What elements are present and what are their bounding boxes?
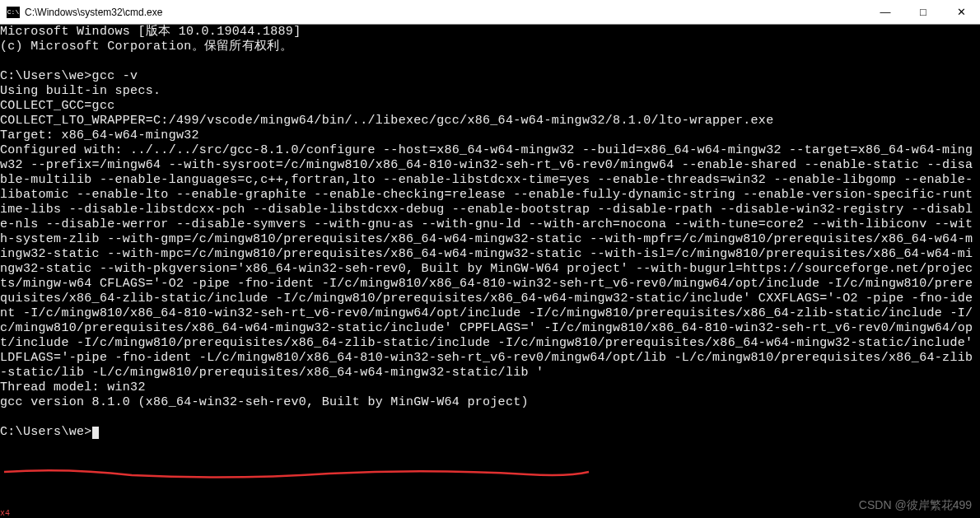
os-version-line: Microsoft Windows [版本 10.0.19044.1889] [0, 25, 301, 39]
target-line: Target: x86_64-w64-mingw32 [0, 128, 199, 142]
configured-line: Configured with: ../../../src/gcc-8.1.0/… [0, 143, 980, 380]
copyright-line: (c) Microsoft Corporation。保留所有权利。 [0, 40, 292, 54]
collect-lto-line: COLLECT_LTO_WRAPPER=C:/499/vscode/mingw6… [0, 114, 773, 128]
window-titlebar: C:\Windows\system32\cmd.exe — □ ✕ [0, 0, 980, 25]
annotation-underline [0, 465, 593, 482]
editor-tag: x4 [0, 509, 10, 518]
window-title: C:\Windows\system32\cmd.exe [25, 7, 866, 18]
terminal-output[interactable]: Microsoft Windows [版本 10.0.19044.1889] (… [0, 25, 980, 440]
thread-model-line: Thread model: win32 [0, 380, 146, 394]
cmd-icon [7, 7, 20, 18]
collect-gcc-line: COLLECT_GCC=gcc [0, 99, 115, 113]
command-prompt-gcc: C:\Users\we>gcc -v [0, 69, 138, 83]
cursor-icon [92, 427, 99, 439]
command-prompt-idle: C:\Users\we> [0, 425, 92, 439]
watermark-text: CSDN @彼岸繁花499 [859, 498, 972, 513]
gcc-version-line: gcc version 8.1.0 (x86_64-win32-seh-rev0… [0, 395, 529, 409]
specs-line: Using built-in specs. [0, 84, 161, 98]
window-controls: — □ ✕ [866, 0, 980, 24]
maximize-button[interactable]: □ [904, 0, 942, 24]
minimize-button[interactable]: — [866, 0, 904, 24]
close-button[interactable]: ✕ [942, 0, 980, 24]
